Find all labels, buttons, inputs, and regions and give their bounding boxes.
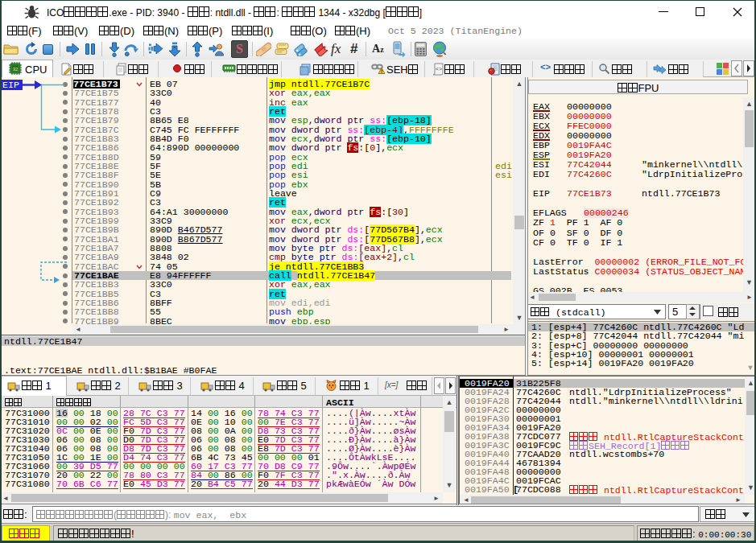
svg-text:EIP: EIP xyxy=(2,80,19,90)
svg-text:32: 32 xyxy=(13,67,19,72)
svg-text:<>: <> xyxy=(436,66,442,72)
